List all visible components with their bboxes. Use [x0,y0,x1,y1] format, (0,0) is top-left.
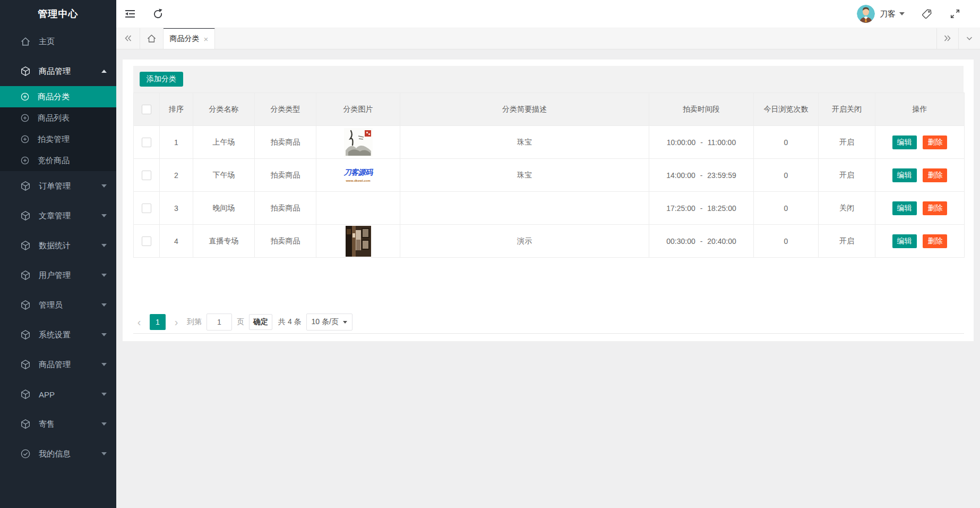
sidebar-group-label: 管理员 [39,300,101,310]
column-header-image: 分类图片 [316,93,400,126]
column-header-status: 开启关闭 [819,93,875,126]
delete-button[interactable]: 删除 [923,234,947,248]
sidebar-group-goods-management-2[interactable]: 商品管理 [0,350,116,379]
cube-icon [20,270,31,281]
sidebar-item-label: 商品列表 [38,113,70,123]
cube-icon [20,210,31,221]
cell-time: 00:30:00 - 20:40:00 [649,225,754,258]
chevron-down-icon [101,244,107,247]
sidebar-item-label: 竞价商品 [38,156,70,166]
cell-order: 2 [160,159,193,192]
sidebar-item-home[interactable]: 主页 [0,27,116,56]
refresh-icon [152,9,164,20]
plus-circle-icon [20,134,30,144]
cell-time: 10:00:00 - 11:00:00 [649,126,754,159]
refresh-button[interactable] [144,0,171,28]
prev-page-button[interactable]: ‹ [133,314,145,330]
cell-status: 开启 [819,159,875,192]
sidebar-group-label: 商品管理 [39,66,101,77]
sidebar-group-label: 商品管理 [39,360,101,370]
sidebar-group-system-settings[interactable]: 系统设置 [0,320,116,350]
double-chevron-right-icon [943,33,952,43]
edit-button[interactable]: 编辑 [892,168,917,182]
column-header-type: 分类类型 [255,93,316,126]
tab-label: 商品分类 [170,34,200,44]
page-number-button[interactable]: 1 [150,314,166,330]
cell-type: 拍卖商品 [255,225,316,258]
sidebar-group-admins[interactable]: 管理员 [0,290,116,320]
sidebar-item-goods-list[interactable]: 商品列表 [0,107,116,129]
sidebar-group-label: 文章管理 [39,211,101,221]
goto-label: 到第 [187,317,202,327]
sidebar-group-statistics[interactable]: 数据统计 [0,231,116,260]
chevron-down-icon [101,452,107,455]
sidebar-group-label: 寄售 [39,419,101,429]
sidebar-group-app[interactable]: APP [0,379,116,409]
column-header-actions: 操作 [875,93,965,126]
goto-page-input[interactable] [207,314,232,331]
sidebar-item-label: 商品分类 [38,92,70,102]
tabs-scroll-right-button[interactable] [936,28,958,49]
row-checkbox[interactable] [142,138,151,147]
sidebar-group-label: 我的信息 [39,449,101,459]
sidebar-group-goods-management[interactable]: 商品管理 [0,56,116,86]
tag-button[interactable] [912,0,941,28]
username: 刀客 [880,9,896,19]
page-size-value: 10 条/页 [312,317,339,327]
tabs-menu-button[interactable] [958,28,980,49]
sidebar-item-bidding-goods[interactable]: 竞价商品 [0,150,116,171]
sidebar-item-auction-management[interactable]: 拍卖管理 [0,129,116,150]
check-circle-icon [20,448,31,459]
cell-name: 晚间场 [193,192,255,225]
goto-confirm-button[interactable]: 确定 [249,314,272,330]
fullscreen-button[interactable] [941,0,969,28]
tab-home[interactable] [140,28,164,49]
cell-name: 直播专场 [193,225,255,258]
close-icon[interactable]: × [204,35,209,43]
sidebar-fold-button[interactable] [116,0,144,28]
delete-button[interactable]: 删除 [923,168,947,182]
double-chevron-left-icon [123,33,133,43]
table-row: 4 直播专场 拍卖商品 演示 00:30:00 - 20:40:00 0 开启 … [134,225,965,258]
tab-goods-category[interactable]: 商品分类 × [164,28,215,49]
page-size-select[interactable]: 10 条/页 [306,314,353,331]
plus-circle-icon [20,156,30,165]
sidebar-group-users[interactable]: 用户管理 [0,260,116,290]
cell-order: 4 [160,225,193,258]
column-header-name: 分类名称 [193,93,255,126]
cell-desc: 演示 [400,225,649,258]
add-category-button[interactable]: 添加分类 [140,72,183,87]
next-page-button[interactable]: › [170,314,182,330]
cell-status: 开启 [819,225,875,258]
sidebar-group-articles[interactable]: 文章管理 [0,201,116,231]
sidebar-item-goods-category[interactable]: 商品分类 [0,86,116,107]
select-all-checkbox[interactable] [142,105,151,114]
sidebar: 管理中心 主页 商品管理 商品分类 商品列表 [0,0,116,508]
edit-button[interactable]: 编辑 [892,201,917,215]
tag-icon [921,9,932,20]
top-header: 刀客 [116,0,980,28]
row-checkbox[interactable] [142,171,151,180]
table-toolbar: 添加分类 [133,66,964,92]
column-header-desc: 分类简要描述 [400,93,649,126]
delete-button[interactable]: 删除 [923,201,947,215]
sidebar-group-my-info[interactable]: 我的信息 [0,439,116,469]
edit-button[interactable]: 编辑 [892,136,917,149]
sidebar-group-orders[interactable]: 订单管理 [0,171,116,201]
cube-icon [20,66,31,77]
column-header-time: 拍卖时间段 [649,93,754,126]
pagination: ‹ 1 › 到第 页 确定 共 4 条 10 条/页 [133,311,964,334]
sidebar-submenu: 商品分类 商品列表 拍卖管理 竞价商品 [0,86,116,171]
edit-button[interactable]: 编辑 [892,234,917,248]
user-menu[interactable]: 刀客 [857,5,905,23]
tabs-scroll-left-button[interactable] [116,28,140,49]
row-checkbox[interactable] [142,236,151,246]
sidebar-group-consignment[interactable]: 寄售 [0,409,116,439]
row-checkbox[interactable] [142,204,151,213]
cell-name: 下午场 [193,159,255,192]
delete-button[interactable]: 删除 [923,136,947,149]
table-header-row: 排序 分类名称 分类类型 分类图片 分类简要描述 拍卖时间段 今日浏览次数 开启… [134,93,965,126]
table-row: 2 下午场 拍卖商品 刀客源码 www.dkewl.com 珠宝 14:00:0… [134,159,965,192]
chevron-down-icon [101,393,107,396]
cell-time: 17:25:00 - 18:25:00 [649,192,754,225]
